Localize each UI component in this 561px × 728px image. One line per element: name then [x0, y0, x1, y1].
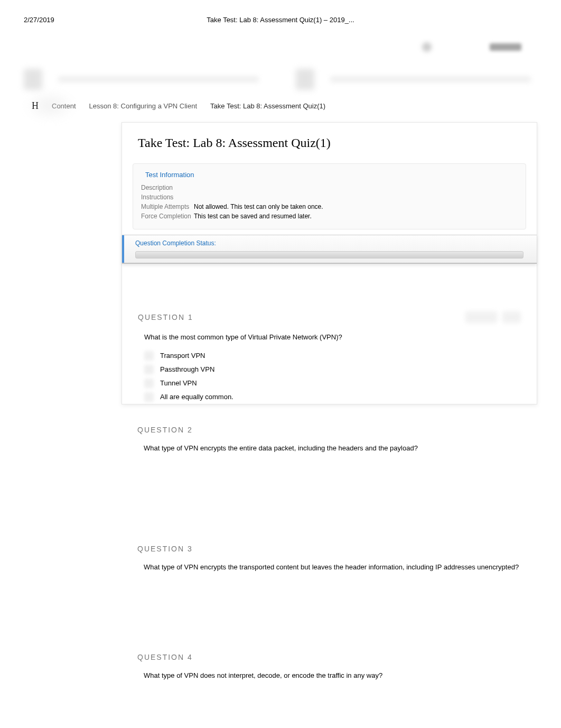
test-info-heading[interactable]: Test Information [141, 169, 518, 183]
breadcrumb-lesson[interactable]: Lesson 8: Configuring a VPN Client [89, 102, 198, 110]
nav-strip [24, 66, 537, 93]
question-completion-status-bar: Question Completion Status: [122, 235, 537, 264]
top-bar-right-controls [422, 42, 521, 52]
radio-icon[interactable] [144, 392, 154, 402]
main-content-panel: Take Test: Lab 8: Assessment Quiz(1) Tes… [121, 122, 537, 404]
question-4-label: QUESTION 4 [137, 653, 193, 661]
radio-icon[interactable] [144, 351, 154, 361]
attempts-value: Not allowed. This test can only be taken… [194, 203, 323, 210]
answer-option[interactable]: Passthrough VPN [144, 363, 521, 376]
answer-d-text: All are equally common. [160, 393, 233, 401]
answer-c-text: Tunnel VPN [160, 379, 197, 387]
print-header: 2/27/2019 Take Test: Lab 8: Assessment Q… [0, 0, 561, 29]
nav-menu-icon[interactable] [296, 69, 314, 90]
answer-option[interactable]: Transport VPN [144, 349, 521, 363]
info-row-completion: Force Completion This test can be saved … [141, 211, 518, 221]
save-answer-button[interactable] [502, 311, 521, 323]
info-row-attempts: Multiple Attempts Not allowed. This test… [141, 202, 518, 211]
radio-icon[interactable] [144, 365, 154, 374]
question-2-header: QUESTION 2 [137, 426, 521, 444]
answer-b-text: Passthrough VPN [160, 365, 214, 373]
question-3-text: What type of VPN encrypts the transporte… [137, 563, 521, 579]
breadcrumb: H Content Lesson 8: Configuring a VPN Cl… [24, 100, 537, 117]
answer-a-text: Transport VPN [160, 352, 205, 360]
question-3-label: QUESTION 3 [137, 545, 193, 553]
print-date: 2/27/2019 [24, 16, 54, 24]
print-document-title: Take Test: Lab 8: Assessment Quiz(1) – 2… [207, 16, 354, 24]
question-1-controls [465, 311, 521, 323]
logout-button[interactable] [490, 43, 521, 51]
question-2-text: What type of VPN encrypts the entire dat… [137, 444, 521, 460]
description-label: Description [141, 184, 194, 191]
completion-label: Force Completion [141, 213, 194, 220]
question-1-block: QUESTION 1 What is the most common type … [122, 311, 537, 404]
radio-icon[interactable] [144, 379, 154, 388]
question-2-label: QUESTION 2 [137, 426, 193, 434]
breadcrumb-current: Take Test: Lab 8: Assessment Quiz(1) [210, 102, 325, 110]
question-1-answers: Transport VPN Passthrough VPN Tunnel VPN… [138, 349, 521, 404]
attempts-label: Multiple Attempts [141, 203, 194, 210]
question-1-text: What is the most common type of Virtual … [138, 333, 521, 349]
question-3-header: QUESTION 3 [137, 545, 521, 563]
question-1-label: QUESTION 1 [138, 313, 193, 321]
user-avatar-icon[interactable] [422, 42, 432, 52]
answer-option[interactable]: Tunnel VPN [144, 376, 521, 390]
sidebar-collapsed-icon[interactable] [24, 90, 77, 122]
nav-home-icon[interactable] [24, 69, 42, 90]
info-row-instructions: Instructions [141, 192, 518, 202]
status-progress-bar[interactable] [135, 251, 523, 259]
nav-course-title [58, 76, 259, 82]
page-title: Take Test: Lab 8: Assessment Quiz(1) [122, 136, 537, 163]
test-information-box: Test Information Description Instruction… [133, 163, 526, 229]
question-4-block: QUESTION 4 What type of VPN does not int… [121, 653, 537, 687]
top-app-bar [24, 40, 537, 66]
nav-secondary-title [330, 76, 531, 82]
status-label: Question Completion Status: [135, 239, 523, 247]
info-row-description: Description [141, 183, 518, 192]
question-2-block: QUESTION 2 What type of VPN encrypts the… [121, 426, 537, 529]
question-4-text: What type of VPN does not interpret, dec… [137, 671, 521, 687]
question-1-header: QUESTION 1 [138, 311, 521, 333]
question-4-header: QUESTION 4 [137, 653, 521, 671]
completion-value: This test can be saved and resumed later… [194, 213, 312, 220]
instructions-label: Instructions [141, 193, 194, 201]
points-badge [465, 311, 497, 323]
question-3-block: QUESTION 3 What type of VPN encrypts the… [121, 545, 537, 637]
answer-option[interactable]: All are equally common. [144, 390, 521, 404]
